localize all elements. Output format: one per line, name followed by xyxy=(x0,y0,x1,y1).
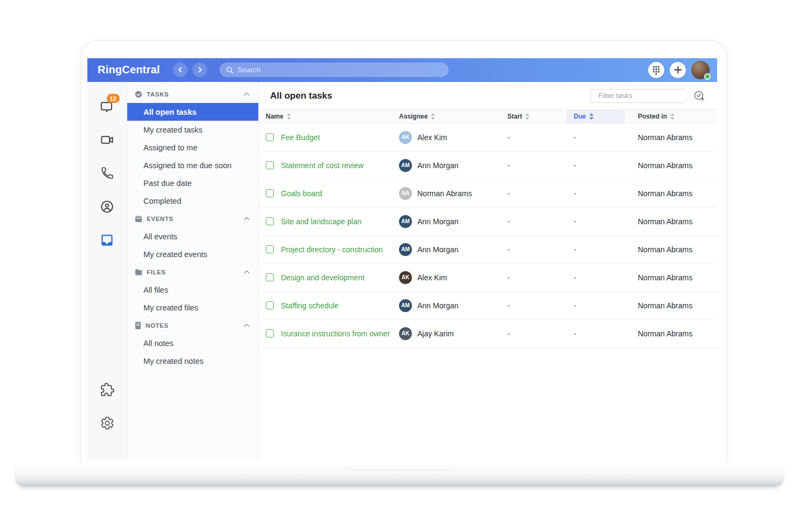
column-label: Start xyxy=(507,113,522,120)
sidebar-item-my-created-events[interactable]: My created events xyxy=(127,245,258,263)
sidebar: TASKS All open tasks My created tasks As… xyxy=(127,82,259,461)
section-header-events[interactable]: EVENTS xyxy=(127,210,258,227)
new-task-button[interactable] xyxy=(693,90,705,102)
column-header-posted-in[interactable]: Posted in xyxy=(638,110,717,123)
column-header-assignee[interactable]: Assignee xyxy=(399,110,507,123)
task-name-link[interactable]: Project directory - construction xyxy=(281,245,383,254)
task-checkbox[interactable] xyxy=(266,245,274,253)
laptop-base xyxy=(15,463,785,486)
table-row[interactable]: Fee Budget AKAlex Kim - - Norman Abrams xyxy=(259,123,717,151)
history-nav xyxy=(173,63,207,77)
sidebar-item-assigned-due-soon[interactable]: Assigned to me due soon xyxy=(127,156,258,174)
sidebar-item-label: Past due date xyxy=(143,179,192,188)
section-header-files[interactable]: FILES xyxy=(127,263,258,281)
task-name-link[interactable]: Statement of cost review xyxy=(281,161,363,170)
table-row[interactable]: Project directory - construction AMAnn M… xyxy=(259,236,717,264)
contacts-icon xyxy=(100,199,114,214)
sidebar-item-assigned-to-me[interactable]: Assigned to me xyxy=(127,139,258,156)
filter-tasks-input[interactable] xyxy=(598,92,693,100)
posted-in: Norman Abrams xyxy=(638,245,717,254)
table-row[interactable]: Statement of cost review AMAnn Morgan - … xyxy=(259,151,717,179)
sidebar-item-all-events[interactable]: All events xyxy=(127,227,258,245)
rail-item-apps[interactable] xyxy=(100,382,115,397)
due-date: - xyxy=(574,245,638,254)
rail-item-settings[interactable] xyxy=(100,416,115,431)
posted-in: Norman Abrams xyxy=(638,161,717,170)
presence-indicator xyxy=(704,73,711,80)
column-header-due[interactable]: Due xyxy=(566,110,625,123)
new-task-icon xyxy=(693,90,705,102)
collapse-chevron-icon[interactable] xyxy=(244,92,250,96)
table-row[interactable]: Isurance instructions from owner AKAjay … xyxy=(259,320,717,348)
back-button[interactable] xyxy=(173,63,188,77)
sidebar-item-all-open-tasks[interactable]: All open tasks xyxy=(127,103,258,121)
sidebar-item-my-created-notes[interactable]: My created notes xyxy=(127,352,258,370)
collapse-chevron-icon[interactable] xyxy=(244,217,250,220)
due-date: - xyxy=(574,329,638,338)
assignee-avatar: AK xyxy=(399,271,412,284)
task-name-link[interactable]: Goals board xyxy=(281,189,322,198)
section-header-tasks[interactable]: TASKS xyxy=(127,85,258,103)
table-row[interactable]: Site and landscape plan AMAnn Morgan - -… xyxy=(259,208,717,236)
sidebar-item-label: My created events xyxy=(143,250,207,259)
rail-item-workspace[interactable] xyxy=(100,232,115,247)
sidebar-item-all-notes[interactable]: All notes xyxy=(127,334,258,352)
task-checkbox[interactable] xyxy=(266,329,274,337)
task-name-link[interactable]: Isurance instructions from owner xyxy=(281,329,390,338)
task-checkbox[interactable] xyxy=(266,189,274,197)
filter-tasks-box[interactable] xyxy=(590,89,686,103)
forward-button[interactable] xyxy=(192,63,207,77)
sidebar-item-my-created-files[interactable]: My created files xyxy=(127,299,258,316)
task-checkbox[interactable] xyxy=(266,217,274,225)
rail-item-phone[interactable] xyxy=(100,165,115,181)
workspace-tray-icon xyxy=(100,233,114,247)
sidebar-item-label: My created notes xyxy=(143,357,203,365)
column-label: Posted in xyxy=(638,113,667,120)
search-input[interactable] xyxy=(238,66,442,74)
sidebar-item-completed[interactable]: Completed xyxy=(127,192,258,210)
task-name-link[interactable]: Staffing schedule xyxy=(281,301,339,310)
assignee-name: Alex Kim xyxy=(417,273,447,282)
rail-item-messages[interactable]: 12 xyxy=(100,99,115,114)
table-row[interactable]: Staffing schedule AMAnn Morgan - - Norma… xyxy=(259,292,717,320)
start-date: - xyxy=(507,329,574,338)
global-search[interactable] xyxy=(219,63,449,77)
sidebar-item-my-created-tasks[interactable]: My created tasks xyxy=(127,121,258,139)
collapse-chevron-icon[interactable] xyxy=(244,270,250,274)
collapse-chevron-icon[interactable] xyxy=(244,323,250,327)
task-checkbox[interactable] xyxy=(266,273,274,281)
table-header: Name Assignee Start Due xyxy=(259,109,717,123)
user-avatar[interactable] xyxy=(691,61,710,79)
app-navigation-rail: 12 xyxy=(87,82,127,461)
table-row[interactable]: Goals board NANorman Abrams - - Norman A… xyxy=(259,179,717,208)
sidebar-item-label: Assigned to me due soon xyxy=(143,161,232,170)
sidebar-item-label: Completed xyxy=(143,197,181,205)
start-date: - xyxy=(507,133,574,142)
dialpad-button[interactable] xyxy=(648,62,664,78)
sidebar-item-all-files[interactable]: All files xyxy=(127,281,258,299)
task-name-link[interactable]: Design and development xyxy=(281,273,364,282)
column-header-start[interactable]: Start xyxy=(507,110,574,123)
new-actions-button[interactable] xyxy=(670,62,686,78)
sidebar-item-past-due-date[interactable]: Past due date xyxy=(127,174,258,192)
rail-item-contacts[interactable] xyxy=(100,199,115,214)
task-name-link[interactable]: Fee Budget xyxy=(281,133,320,142)
task-checkbox[interactable] xyxy=(266,133,274,141)
column-label: Name xyxy=(266,113,284,120)
section-header-notes[interactable]: NOTES xyxy=(127,316,258,334)
ringcentral-logo: RingCentral xyxy=(98,64,160,76)
main-content: All open tasks Name xyxy=(259,82,717,461)
assignee-avatar: NA xyxy=(399,187,412,200)
assignee-name: Norman Abrams xyxy=(417,189,472,198)
assignee-name: Ann Morgan xyxy=(417,217,458,226)
task-checkbox[interactable] xyxy=(266,161,274,169)
due-date: - xyxy=(574,301,638,310)
task-name-link[interactable]: Site and landscape plan xyxy=(281,217,361,226)
sort-icon xyxy=(670,113,675,120)
table-row[interactable]: Design and development AKAlex Kim - - No… xyxy=(259,264,717,292)
rail-item-video[interactable] xyxy=(100,132,115,147)
column-header-name[interactable]: Name xyxy=(266,110,399,123)
posted-in: Norman Abrams xyxy=(638,329,717,338)
notes-section-icon xyxy=(135,322,141,329)
task-checkbox[interactable] xyxy=(266,301,274,309)
